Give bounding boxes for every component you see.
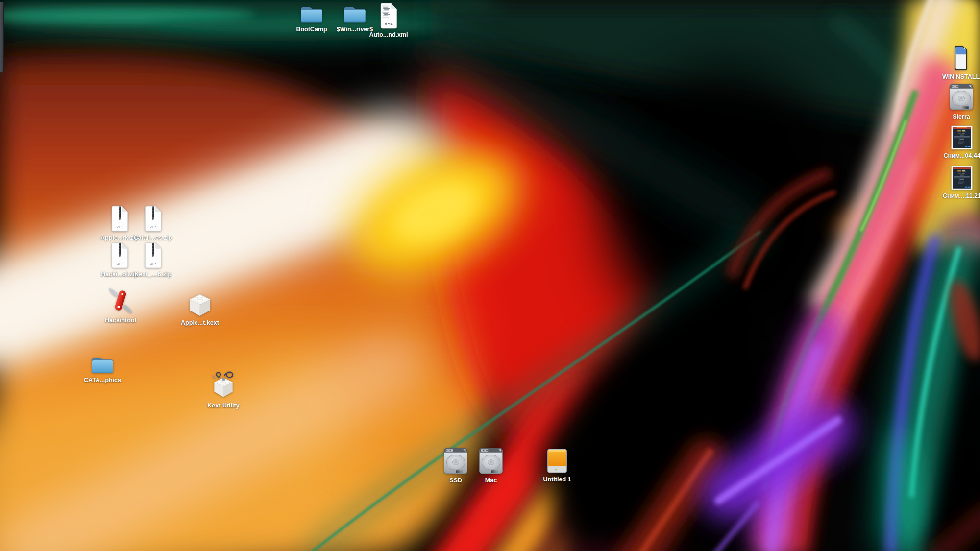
icon-label: Mac xyxy=(485,477,497,484)
internal-drive-icon xyxy=(949,83,974,111)
desktop-icon-catalina-zip[interactable]: Catali...cs.zip xyxy=(121,206,185,241)
icon-label: Kext_....6.zip xyxy=(134,271,172,278)
desktop-icon-sierra[interactable]: Sierra xyxy=(930,83,980,120)
internal-drive-icon xyxy=(479,447,503,475)
xml-document-icon xyxy=(379,3,398,29)
desktop: ZIP XML xyxy=(0,0,980,551)
desktop-icon-screenshot-04-44[interactable]: Сним...04.44 xyxy=(930,125,980,159)
screenshot-thumbnail-icon xyxy=(951,125,973,150)
zip-archive-icon xyxy=(143,242,163,268)
icon-label: CATA...phics xyxy=(84,377,121,383)
sd-card-icon xyxy=(952,45,970,71)
icon-label: WININSTALL xyxy=(942,73,980,80)
desktop-icon-mac-drive[interactable]: Mac xyxy=(459,447,523,484)
icon-label: Sierra xyxy=(953,113,970,120)
desktop-icon-apple-kext[interactable]: Apple...t.kext xyxy=(168,293,232,326)
icon-label: Kext Utility xyxy=(207,402,239,409)
desktop-icon-catalina-graphics-folder[interactable]: CATA...phics xyxy=(71,356,134,383)
icon-label: Auto...nd.xml xyxy=(369,31,408,38)
icon-label: Apple...t.kext xyxy=(181,319,219,326)
folder-icon xyxy=(299,5,324,24)
zip-archive-icon xyxy=(143,206,163,232)
icon-label: Catali...cs.zip xyxy=(133,234,172,241)
desktop-icon-autounattend-xml[interactable]: Auto...nd.xml xyxy=(357,3,420,38)
kext-brick-icon xyxy=(187,293,213,317)
desktop-icon-screenshot-11-21[interactable]: Сним....11.21 xyxy=(930,166,980,199)
folder-icon xyxy=(90,356,115,374)
swiss-knife-icon xyxy=(107,287,134,314)
desktop-icon-kext-utility[interactable]: Kext Utility xyxy=(192,371,255,409)
desktop-icon-untitled-external-drive[interactable]: Untitled 1 xyxy=(525,448,589,483)
external-drive-icon xyxy=(546,448,568,474)
offscreen-window-edge[interactable] xyxy=(0,2,4,73)
screenshot-thumbnail-icon xyxy=(951,166,973,190)
icon-label: Сним....11.21 xyxy=(943,192,980,199)
desktop-icon-wininstall[interactable]: WININSTALL xyxy=(929,45,980,80)
kext-utility-icon xyxy=(210,371,237,400)
icon-label: Untitled 1 xyxy=(543,476,571,483)
desktop-icon-kext-zip[interactable]: Kext_....6.zip xyxy=(121,242,185,278)
desktop-icon-hackintool-app[interactable]: Hackintool xyxy=(89,287,152,324)
icon-label: Сним...04.44 xyxy=(943,152,980,159)
icon-label: Hackintool xyxy=(105,317,136,324)
